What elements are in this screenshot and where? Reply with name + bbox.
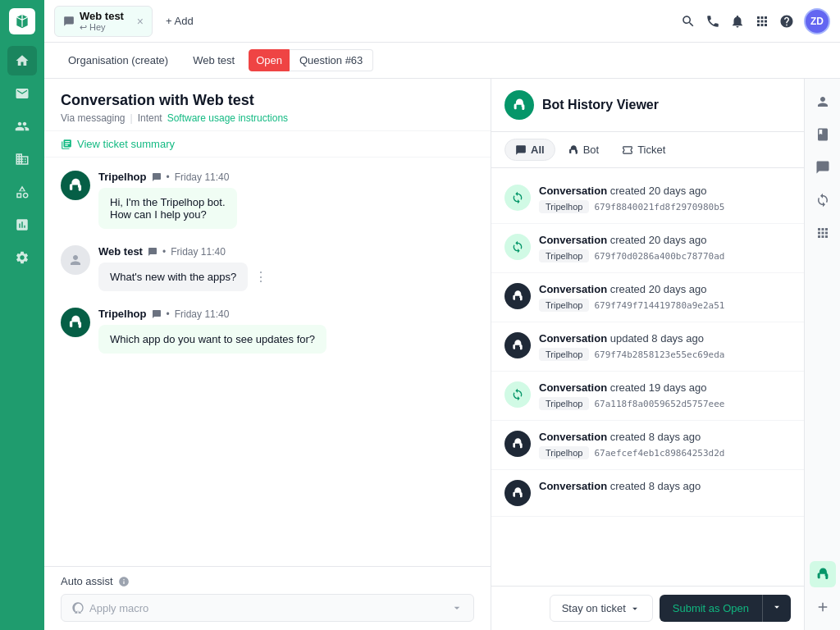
history-hash-3: 679f749f714419780a9e2a51	[594, 300, 724, 311]
stay-on-ticket-button[interactable]: Stay on ticket	[550, 595, 653, 622]
submit-button-arrow[interactable]	[762, 595, 791, 622]
add-tab-button[interactable]: + Add	[159, 11, 200, 30]
stay-label: Stay on ticket	[562, 602, 626, 614]
search-icon[interactable]	[681, 14, 696, 29]
conversation-header: Conversation with Web test Via messaging…	[44, 79, 491, 131]
history-title-5: Conversation created 19 days ago	[539, 381, 791, 394]
history-item-7[interactable]: Conversation created 8 days ago	[491, 470, 804, 517]
history-tag-6[interactable]: Tripelhop	[539, 446, 589, 459]
history-item-1[interactable]: Conversation created 20 days ago Tripelh…	[491, 175, 804, 224]
tab-subtitle: ↩ Hey	[80, 22, 124, 33]
message-content-2: Web test • Friday 11:40 What's new with …	[98, 245, 474, 291]
submit-status: Open	[723, 602, 749, 614]
message-more-button[interactable]: ⋮	[254, 269, 267, 285]
fr-book-icon[interactable]	[810, 121, 836, 148]
content-area: Conversation with Web test Via messaging…	[44, 79, 840, 630]
tab-close-button[interactable]: ×	[137, 15, 144, 28]
help-icon[interactable]	[779, 14, 794, 29]
history-item-5[interactable]: Conversation created 19 days ago Tripelh…	[491, 372, 804, 421]
message-group-3: Tripelhop • Friday 11:40 Which app do yo…	[61, 308, 474, 354]
apply-macro-bar[interactable]: Apply macro	[61, 594, 474, 622]
history-content-4: Conversation updated 8 days ago Tripelho…	[539, 332, 791, 361]
conversation-title: Conversation with Web test	[61, 92, 474, 109]
fr-grid-icon[interactable]	[810, 220, 836, 246]
history-tags-3: Tripelhop 679f749f714419780a9e2a51	[539, 299, 791, 312]
sender-name-3: Tripelhop	[98, 308, 147, 320]
history-icon-1	[504, 185, 531, 211]
app-logo	[9, 8, 35, 34]
history-item-4[interactable]: Conversation updated 8 days ago Tripelho…	[491, 322, 804, 372]
grid-icon[interactable]	[755, 14, 769, 29]
bot-avatar-1	[61, 171, 90, 200]
history-tag-4[interactable]: Tripelhop	[539, 348, 589, 361]
chat-icon-2	[148, 247, 158, 257]
message-time-1: Friday 11:40	[175, 171, 230, 183]
active-tab[interactable]: Web test ↩ Hey ×	[54, 6, 153, 37]
submit-button[interactable]: Submit as Open	[660, 595, 791, 622]
history-content-5: Conversation created 19 days ago Tripelh…	[539, 381, 791, 410]
user-avatar[interactable]: ZD	[804, 8, 830, 34]
sidebar-shapes[interactable]	[7, 177, 37, 207]
history-icon-3	[504, 283, 531, 309]
filter-tab-bot[interactable]: Bot	[557, 139, 610, 161]
history-icon-6	[504, 431, 531, 457]
history-tag-2[interactable]: Tripelhop	[539, 249, 589, 262]
breadcrumb-bar: Organisation (create) Web test Open Ques…	[44, 43, 840, 79]
message-bubble-1: Hi, I'm the Tripelhop bot.How can I help…	[98, 188, 237, 229]
chat-icon-3	[152, 309, 162, 319]
right-panel: Bot History Viewer All Bot Ticket	[491, 79, 804, 630]
phone-icon[interactable]	[705, 14, 720, 29]
history-tag-1[interactable]: Tripelhop	[539, 200, 589, 213]
fr-user-icon[interactable]	[810, 89, 836, 115]
breadcrumb-status[interactable]: Open	[249, 49, 290, 71]
fr-transfer-icon[interactable]	[810, 187, 836, 213]
filter-tab-ticket[interactable]: Ticket	[611, 139, 676, 161]
message-header-2: Web test • Friday 11:40	[98, 245, 474, 258]
sidebar-users[interactable]	[7, 112, 37, 141]
filter-tab-all[interactable]: All	[504, 139, 555, 161]
fr-add-icon[interactable]	[810, 594, 836, 620]
message-header-1: Tripelhop • Friday 11:40	[98, 171, 474, 183]
history-tags-2: Tripelhop 679f70d0286a400bc78770ad	[539, 249, 791, 262]
far-right-panel	[804, 79, 840, 630]
history-item-2[interactable]: Conversation created 20 days ago Tripelh…	[491, 224, 804, 273]
bell-icon[interactable]	[730, 14, 745, 29]
user-icon	[68, 253, 83, 267]
history-tag-3[interactable]: Tripelhop	[539, 299, 589, 312]
all-chat-icon	[515, 144, 527, 156]
history-item-3[interactable]: Conversation created 20 days ago Tripelh…	[491, 273, 804, 322]
fr-chat-icon[interactable]	[810, 154, 836, 180]
sidebar-home[interactable]	[7, 46, 37, 75]
meta-separator: |	[130, 112, 133, 124]
submit-button-main[interactable]: Submit as Open	[660, 596, 762, 621]
bot-filter-icon	[568, 144, 579, 156]
history-content-1: Conversation created 20 days ago Tripelh…	[539, 185, 791, 213]
fr-bot-active-icon[interactable]	[810, 561, 836, 587]
view-summary-button[interactable]: View ticket summary	[44, 131, 491, 158]
history-item-6[interactable]: Conversation created 8 days ago Tripelho…	[491, 421, 804, 470]
history-tags-5: Tripelhop 67a118f8a0059652d5757eee	[539, 397, 791, 410]
sidebar-settings[interactable]	[7, 243, 37, 272]
sidebar-inbox[interactable]	[7, 79, 37, 108]
history-list: Conversation created 20 days ago Tripelh…	[491, 168, 804, 586]
bot-header: Bot History Viewer	[491, 79, 804, 132]
bot-panel-title: Bot History Viewer	[542, 98, 659, 112]
sidebar-building[interactable]	[7, 144, 37, 174]
history-hash-2: 679f70d0286a400bc78770ad	[594, 251, 724, 262]
history-title-3: Conversation created 20 days ago	[539, 283, 791, 295]
sidebar-chart[interactable]	[7, 210, 37, 240]
main-content: Web test ↩ Hey × + Add ZD Organisation (…	[44, 0, 840, 630]
intent-link[interactable]: Software usage instructions	[167, 112, 288, 124]
breadcrumb-webtest[interactable]: Web test	[182, 49, 245, 71]
history-title-4: Conversation updated 8 days ago	[539, 332, 791, 345]
history-tag-5[interactable]: Tripelhop	[539, 397, 589, 410]
breadcrumb-org[interactable]: Organisation (create)	[57, 49, 179, 71]
history-content-7: Conversation created 8 days ago	[539, 480, 791, 506]
history-title-1: Conversation created 20 days ago	[539, 185, 791, 197]
message-time-2: Friday 11:40	[171, 246, 226, 258]
breadcrumb-question[interactable]: Question #63	[290, 49, 373, 71]
history-icon-5	[504, 381, 531, 408]
message-time-3: Friday 11:40	[175, 308, 230, 320]
chevron-down-icon-submit	[771, 601, 783, 613]
bot-avatar-3	[61, 308, 90, 337]
